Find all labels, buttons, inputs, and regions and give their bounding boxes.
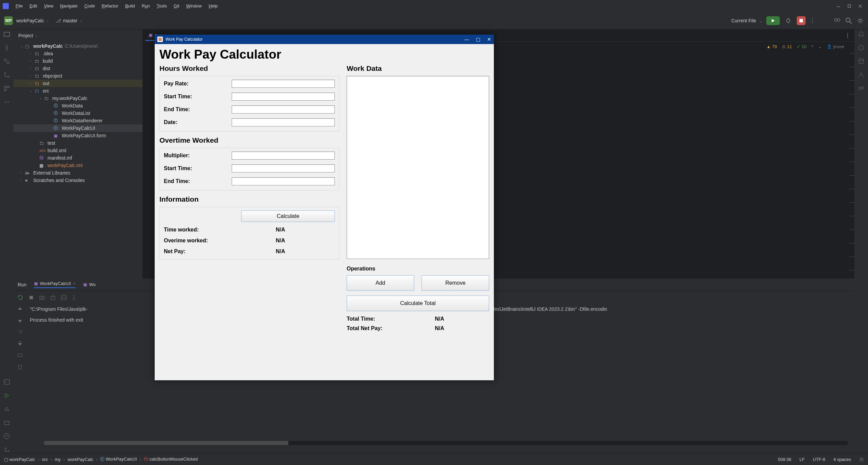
- readonly-icon[interactable]: [859, 457, 864, 462]
- menu-build[interactable]: Build: [122, 2, 138, 10]
- tree-item[interactable]: ▦workPayCalc.iml: [14, 162, 142, 169]
- run-tab[interactable]: ▣WorkPayCalcUI×: [34, 281, 76, 288]
- horizontal-scrollbar[interactable]: [44, 441, 848, 445]
- nav-down-icon[interactable]: ⌄: [818, 44, 822, 49]
- maximize-icon[interactable]: [847, 4, 852, 8]
- stop-button[interactable]: [797, 16, 806, 25]
- date-input[interactable]: [232, 118, 335, 126]
- start-time-input[interactable]: [232, 93, 335, 101]
- minimize-icon[interactable]: —: [464, 37, 469, 42]
- menu-window[interactable]: Window: [184, 2, 205, 10]
- commit-tool-icon[interactable]: [3, 44, 10, 51]
- minimize-icon[interactable]: [836, 4, 841, 8]
- breadcrumb[interactable]: workPayCalc: [67, 457, 93, 462]
- weak-warnings-count[interactable]: ⚠ 11: [782, 44, 792, 49]
- multiplier-input[interactable]: [232, 151, 335, 160]
- print-icon[interactable]: [17, 352, 23, 359]
- trash-icon[interactable]: [17, 363, 23, 370]
- typos-count[interactable]: ✓ 10: [797, 44, 807, 49]
- warnings-count[interactable]: ▲ 79: [767, 44, 777, 49]
- close-icon[interactable]: ×: [73, 281, 76, 286]
- menu-file[interactable]: File: [13, 2, 25, 10]
- more-icon[interactable]: ⋮: [71, 295, 77, 301]
- layout-icon[interactable]: [60, 294, 67, 301]
- indent-config[interactable]: 4 spaces: [833, 457, 851, 462]
- project-panel-header[interactable]: Project ⌄: [14, 29, 142, 42]
- database-tool-icon[interactable]: [858, 58, 865, 65]
- menu-refactor[interactable]: Refactor: [99, 2, 121, 10]
- tree-item[interactable]: ›≡Scratches and Consoles: [14, 177, 142, 184]
- menu-git[interactable]: Git: [171, 2, 182, 10]
- tree-item[interactable]: ›🗀dist: [14, 65, 142, 72]
- gradle-tool-icon[interactable]: [858, 85, 865, 92]
- tree-item[interactable]: ›🗀nbproject: [14, 72, 142, 80]
- rerun-icon[interactable]: [17, 294, 24, 301]
- tree-item[interactable]: </>build.xml: [14, 147, 142, 154]
- work-data-list[interactable]: [347, 76, 489, 259]
- pay-rate-input[interactable]: [232, 80, 335, 88]
- end-time-input[interactable]: [232, 105, 335, 114]
- remove-button[interactable]: Remove: [422, 275, 489, 291]
- menu-tools[interactable]: Tools: [154, 2, 170, 10]
- close-icon[interactable]: ✕: [487, 37, 491, 42]
- ot-end-time-input[interactable]: [232, 177, 335, 185]
- menu-view[interactable]: View: [41, 2, 56, 10]
- soft-wrap-icon[interactable]: [17, 329, 23, 336]
- add-button[interactable]: Add: [347, 275, 414, 291]
- breadcrumb[interactable]: ⓜ calcButtonMouseClicked: [144, 456, 198, 462]
- camera-icon[interactable]: [39, 294, 45, 301]
- tree-item[interactable]: ›🗀out: [14, 80, 142, 87]
- run-button[interactable]: [766, 16, 780, 25]
- breadcrumb[interactable]: my: [55, 457, 61, 462]
- run-tab[interactable]: ▣Wo: [83, 282, 96, 287]
- structure-tool-icon[interactable]: [3, 58, 10, 65]
- tree-item[interactable]: Ⓜmanifest.mf: [14, 154, 142, 162]
- up-icon[interactable]: [17, 306, 23, 312]
- notifications-icon[interactable]: [858, 31, 865, 38]
- breadcrumb[interactable]: src: [42, 457, 48, 462]
- file-encoding[interactable]: UTF-8: [813, 457, 825, 462]
- tree-item[interactable]: ›🗀.idea: [14, 50, 142, 57]
- problems-tool-icon[interactable]: [3, 433, 10, 440]
- tree-item[interactable]: ⒸWorkDataRenderer: [14, 117, 142, 124]
- dialog-titlebar[interactable]: Work Pay Calculator — ▢ ✕: [155, 35, 494, 44]
- project-name[interactable]: workPayCalc: [16, 18, 44, 23]
- ai-assistant-icon[interactable]: [858, 44, 865, 51]
- tree-item[interactable]: ⒸWorkData: [14, 102, 142, 109]
- terminal-tool-icon[interactable]: [3, 379, 10, 385]
- git-branch[interactable]: ⎇ master ⌄: [56, 18, 82, 23]
- debug-tool-icon[interactable]: [3, 419, 10, 426]
- calculate-button[interactable]: Calculate: [241, 210, 335, 222]
- menu-code[interactable]: Code: [82, 2, 98, 10]
- calculate-total-button[interactable]: Calculate Total: [347, 296, 489, 311]
- more-tools-icon[interactable]: ⋯: [4, 99, 9, 105]
- close-icon[interactable]: [858, 4, 863, 8]
- build-tool-icon[interactable]: [3, 406, 10, 412]
- caret-position[interactable]: 508:36: [778, 457, 791, 462]
- menu-navigate[interactable]: Navigate: [57, 2, 80, 10]
- editor-minimap[interactable]: [849, 51, 854, 275]
- settings-icon[interactable]: [856, 17, 864, 24]
- menu-edit[interactable]: Edit: [27, 2, 40, 10]
- services-tool-icon[interactable]: [3, 85, 10, 92]
- line-separator[interactable]: LF: [799, 457, 805, 462]
- project-tool-icon[interactable]: [3, 31, 10, 38]
- ot-start-time-input[interactable]: [232, 164, 335, 173]
- more-icon[interactable]: ⋮: [845, 32, 850, 39]
- export-icon[interactable]: [50, 294, 56, 301]
- nav-up-icon[interactable]: ^: [811, 44, 813, 49]
- code-with-me-icon[interactable]: [833, 17, 841, 24]
- tree-item-selected[interactable]: ⒸWorkPayCalcUI: [14, 124, 142, 132]
- git-tool-icon[interactable]: [3, 446, 10, 453]
- maximize-icon[interactable]: ▢: [476, 37, 480, 42]
- pull-requests-icon[interactable]: [3, 72, 10, 78]
- tree-item[interactable]: ⌄🗀src: [14, 87, 142, 95]
- chevron-down-icon[interactable]: ⌄: [46, 19, 49, 22]
- run-configuration[interactable]: Current File ⌄: [731, 18, 762, 23]
- tree-item[interactable]: ⌄🗀my.workPayCalc: [14, 95, 142, 102]
- search-icon[interactable]: [845, 17, 852, 24]
- tree-item[interactable]: ▣WorkPayCalcUI.form: [14, 132, 142, 139]
- tree-item[interactable]: ›🗀build: [14, 57, 142, 65]
- breadcrumb[interactable]: ▢ workPayCalc: [4, 457, 35, 462]
- tree-item[interactable]: ⒸWorkDataList: [14, 109, 142, 117]
